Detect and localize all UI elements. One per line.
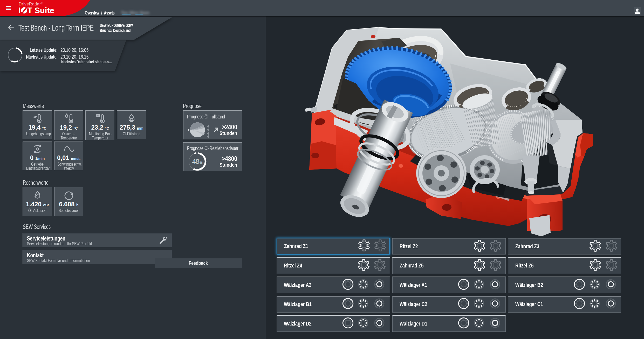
svg-text:48: 48 (192, 158, 199, 165)
svg-text:%: % (200, 161, 203, 165)
